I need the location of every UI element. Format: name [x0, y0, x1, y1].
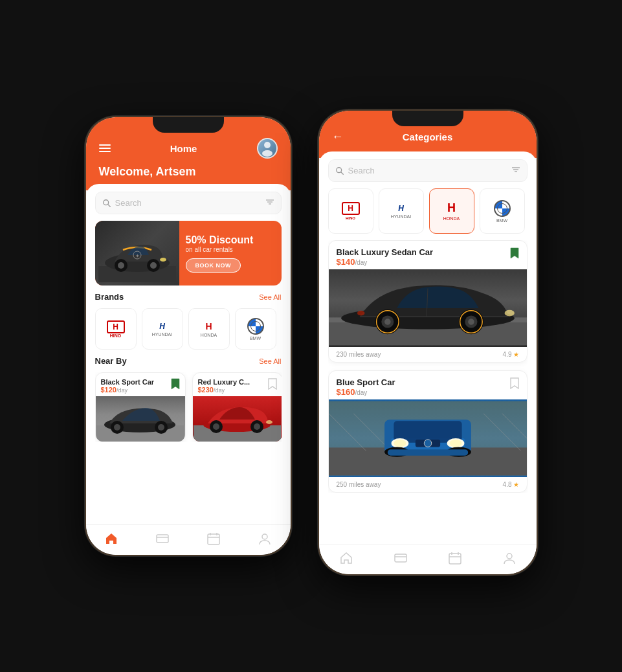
- listing-name-2: Blue Sport Car: [337, 377, 395, 387]
- car-card-black-sport[interactable]: Black Sport Car $120/day: [95, 372, 186, 442]
- phone1-screen: Home Welcome, Artsem: [86, 117, 291, 555]
- search-bar-2[interactable]: Search: [328, 159, 528, 182]
- header-title: Home: [170, 143, 197, 154]
- nearby-title: Near By: [95, 356, 127, 366]
- nav-profile-2[interactable]: [502, 551, 516, 565]
- svg-point-19: [114, 424, 120, 431]
- bookmark-icon[interactable]: [171, 378, 180, 392]
- search-bar[interactable]: Search: [95, 192, 282, 214]
- brand-hino[interactable]: H HINO: [95, 308, 137, 350]
- nav-profile[interactable]: [258, 532, 272, 546]
- menu-icon[interactable]: [99, 144, 111, 152]
- cat-brand-honda[interactable]: H HONDA: [429, 188, 474, 234]
- svg-point-66: [394, 440, 406, 447]
- brands-title: Brands: [95, 292, 124, 302]
- categories-screen: ← Categories Search: [319, 111, 537, 574]
- svg-rect-29: [157, 535, 168, 543]
- header-top: Home: [99, 138, 278, 159]
- nearby-see-all[interactable]: See All: [259, 357, 281, 365]
- car-distance-2: 250 miles away: [337, 481, 381, 488]
- bmw-name-2: BMW: [496, 218, 507, 223]
- cat-brand-hino[interactable]: H HINO: [328, 188, 373, 234]
- filter-icon[interactable]: [265, 197, 274, 208]
- bookmark-empty-icon[interactable]: [510, 377, 519, 392]
- svg-point-54: [357, 311, 364, 316]
- svg-point-12: [150, 262, 157, 269]
- car-info: Black Sport Car $120/day: [101, 378, 155, 394]
- bmw-logo-2: [494, 200, 511, 217]
- nav-home[interactable]: [104, 532, 118, 546]
- car-name: Black Sport Car: [101, 378, 155, 386]
- svg-text:✦: ✦: [135, 253, 140, 259]
- nav-calendar-2[interactable]: [448, 551, 462, 565]
- promo-banner: ✦ 50% Discount on all car rentals BOOK N…: [95, 221, 282, 286]
- hyundai-name-2: HYUNDAI: [391, 214, 412, 219]
- listing-name-1: Black Luxury Sedan Car: [337, 247, 434, 257]
- svg-rect-74: [395, 554, 406, 562]
- bookmark-filled-icon[interactable]: [510, 247, 519, 262]
- categories-content: Search H HINO: [319, 151, 537, 544]
- menu-line: [99, 148, 111, 149]
- listing-info-2: Blue Sport Car $160/day: [337, 377, 395, 397]
- honda-logo-2: H: [447, 201, 456, 215]
- brand-bmw[interactable]: BMW: [235, 308, 276, 350]
- hyundai-logo: H: [159, 322, 165, 331]
- listing-image-2: [329, 399, 527, 477]
- svg-point-25: [213, 423, 219, 430]
- nav-calendar[interactable]: [206, 532, 221, 546]
- listing-price-2: $160/day: [337, 387, 395, 397]
- svg-point-28: [266, 420, 272, 424]
- menu-line: [99, 144, 111, 146]
- search-icon-2: [335, 166, 344, 175]
- car-listing-black-luxury[interactable]: Black Luxury Sedan Car $140/day: [328, 240, 528, 363]
- brand-honda[interactable]: H HONDA: [188, 308, 230, 350]
- cat-brand-bmw[interactable]: BMW: [480, 188, 525, 234]
- bottom-navigation: [86, 524, 291, 555]
- back-button[interactable]: ←: [332, 130, 344, 144]
- car-price: $120/day: [101, 386, 155, 394]
- bmw-name: BMW: [250, 336, 261, 341]
- bookmark-icon[interactable]: [268, 378, 277, 392]
- svg-point-50: [468, 319, 474, 325]
- welcome-text: Welcome, Artsem: [99, 165, 278, 179]
- nav-card-2[interactable]: [394, 551, 408, 565]
- avatar[interactable]: [257, 138, 278, 159]
- phone2: ← Categories Search: [318, 109, 538, 576]
- svg-point-13: [160, 258, 166, 262]
- svg-point-35: [262, 534, 267, 539]
- car-card-header: Black Sport Car $120/day: [96, 373, 185, 396]
- car-card-red-luxury[interactable]: Red Luxury C... $230/day: [192, 372, 282, 442]
- notch: [153, 117, 224, 133]
- car-image-black: [96, 396, 185, 442]
- avatar-image: [258, 139, 276, 157]
- car-visual: ✦: [95, 221, 179, 286]
- svg-point-0: [264, 142, 271, 148]
- brand-hyundai[interactable]: H HYUNDAI: [142, 308, 183, 350]
- filter-icon-2[interactable]: [511, 165, 520, 176]
- main-content: Search: [86, 184, 291, 524]
- listing-header-2: Blue Sport Car $160/day: [329, 371, 527, 399]
- header-top-2: ← Categories: [332, 131, 524, 142]
- svg-rect-76: [449, 554, 461, 564]
- car-listing-blue-sport[interactable]: Blue Sport Car $160/day: [328, 370, 528, 493]
- svg-point-47: [384, 319, 391, 325]
- listing-header-1: Black Luxury Sedan Car $140/day: [329, 241, 527, 269]
- svg-rect-73: [387, 449, 467, 456]
- brands-see-all[interactable]: See All: [259, 293, 281, 301]
- categories-title: Categories: [403, 131, 453, 142]
- hino-logo-2: H HINO: [342, 202, 360, 220]
- book-now-button[interactable]: BOOK NOW: [186, 258, 241, 273]
- nav-home-2[interactable]: [339, 551, 353, 565]
- search-icon: [102, 199, 111, 208]
- app-header: Home Welcome, Artsem: [86, 133, 291, 190]
- banner-car-image: ✦: [95, 221, 179, 286]
- cat-brand-hyundai[interactable]: H HYUNDAI: [379, 188, 424, 234]
- brands-list: H HINO H HYUNDAI H HONDA BMW: [95, 308, 282, 350]
- star-icon: ★: [513, 351, 519, 358]
- blue-sport-visual: [329, 399, 527, 477]
- nav-card[interactable]: [155, 532, 170, 546]
- banner-text: 50% Discount on all car rentals BOOK NOW: [179, 229, 282, 278]
- search-placeholder-2: Search: [348, 166, 507, 175]
- svg-point-80: [507, 554, 512, 559]
- svg-point-68: [449, 440, 461, 447]
